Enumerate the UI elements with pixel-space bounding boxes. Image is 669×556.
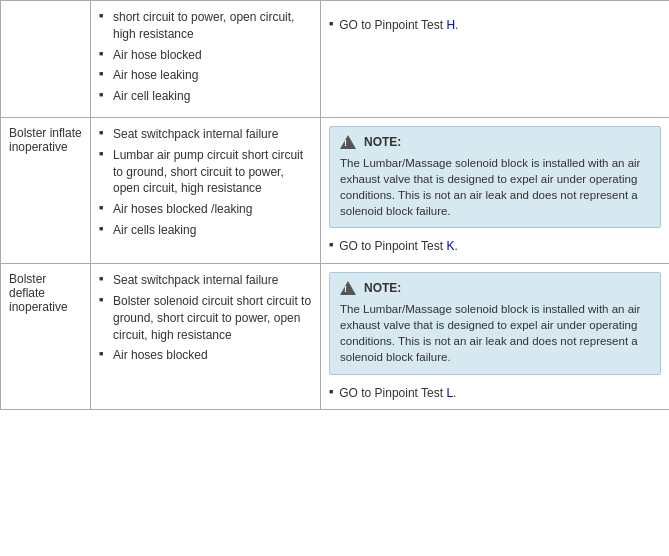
bolster-inflate-title: Bolster inflate inoperative [1,117,91,263]
note-label-deflate: NOTE: [364,281,401,295]
goto-text-inflate: GO to Pinpoint Test K. [339,238,458,255]
row-top-col2: short circuit to power, open circuit, hi… [91,1,321,118]
note-box-deflate: NOTE: The Lumbar/Massage solenoid block … [329,272,661,374]
row-top-col3: ■ GO to Pinpoint Test H. [321,1,670,118]
list-item: Air cell leaking [99,88,312,105]
list-item: Seat switchpack internal failure [99,126,312,143]
bolster-deflate-col3: NOTE: The Lumbar/Massage solenoid block … [321,264,670,410]
note-label: NOTE: [364,135,401,149]
note-header-deflate: NOTE: [340,281,650,295]
note-body-inflate: The Lumbar/Massage solenoid block is ins… [340,155,650,219]
bolster-inflate-bullet-list: Seat switchpack internal failure Lumbar … [99,126,312,239]
note-box-inflate: NOTE: The Lumbar/Massage solenoid block … [329,126,661,228]
list-item: Air hose leaking [99,67,312,84]
list-item: Bolster solenoid circuit short circuit t… [99,293,312,343]
row-top-col1 [1,1,91,118]
bolster-deflate-label: Bolster deflate inoperative [9,272,68,314]
bolster-deflate-col2: Seat switchpack internal failure Bolster… [91,264,321,410]
table-row-bolster-deflate: Bolster deflate inoperative Seat switchp… [1,264,670,410]
pinpoint-link-h[interactable]: H [446,18,455,32]
goto-bullet: ■ [329,241,333,248]
pinpoint-link-l[interactable]: L [446,386,453,400]
goto-line-inflate: ■ GO to Pinpoint Test K. [329,238,661,255]
goto-text-deflate: GO to Pinpoint Test L. [339,385,456,402]
bolster-deflate-bullet-list: Seat switchpack internal failure Bolster… [99,272,312,364]
bolster-inflate-col3: NOTE: The Lumbar/Massage solenoid block … [321,117,670,263]
table-row-top: short circuit to power, open circuit, hi… [1,1,670,118]
goto-text: GO to Pinpoint Test H. [339,17,458,34]
pinpoint-link-k[interactable]: K [446,239,454,253]
list-item: Seat switchpack internal failure [99,272,312,289]
note-header-inflate: NOTE: [340,135,650,149]
list-item: Air hoses blocked /leaking [99,201,312,218]
warning-triangle-icon [340,135,356,149]
list-item: Air hoses blocked [99,347,312,364]
list-item: short circuit to power, open circuit, hi… [99,9,312,43]
goto-line: ■ GO to Pinpoint Test H. [329,17,661,34]
list-item: Air cells leaking [99,222,312,239]
bolster-inflate-label: Bolster inflate inoperative [9,126,82,154]
warning-triangle-icon [340,281,356,295]
row-top-bullet-list: short circuit to power, open circuit, hi… [99,9,312,105]
goto-line-deflate: ■ GO to Pinpoint Test L. [329,385,661,402]
bolster-inflate-col2: Seat switchpack internal failure Lumbar … [91,117,321,263]
list-item: Air hose blocked [99,47,312,64]
goto-bullet: ■ [329,20,333,27]
list-item: Lumbar air pump circuit short circuit to… [99,147,312,197]
bolster-deflate-title: Bolster deflate inoperative [1,264,91,410]
table-row-bolster-inflate: Bolster inflate inoperative Seat switchp… [1,117,670,263]
goto-bullet: ■ [329,388,333,395]
note-body-deflate: The Lumbar/Massage solenoid block is ins… [340,301,650,365]
